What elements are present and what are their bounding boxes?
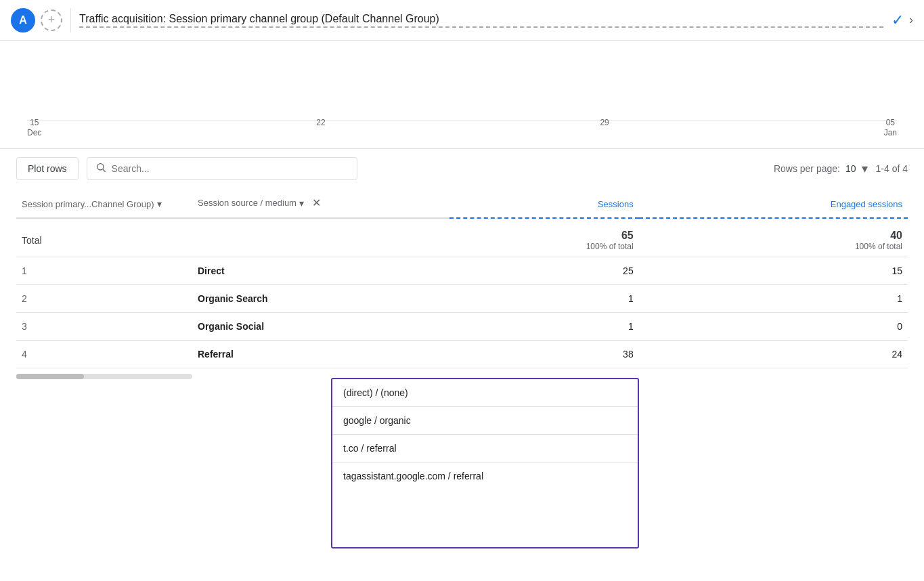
rows-per-page-dropdown-icon[interactable]: ▾ <box>862 161 868 176</box>
row-dim1: Direct <box>192 257 449 285</box>
row-engaged: 1 <box>639 285 908 313</box>
row-sessions: 1 <box>449 285 639 313</box>
chart-label-dec22: 22 <box>316 118 325 139</box>
plot-rows-button[interactable]: Plot rows <box>16 157 79 180</box>
header: A + Traffic acquisition: Session primary… <box>0 0 924 41</box>
table-row: 4 Referral 38 24 <box>16 341 908 368</box>
total-sessions: 65 100% of total <box>449 218 639 257</box>
table-row: 1 Direct 25 15 <box>16 257 908 285</box>
col-header-dim1: Session primary...Channel Group) ▾ <box>16 188 192 218</box>
scroll-track[interactable] <box>16 374 192 379</box>
chart-label-dec29: 29 <box>600 118 609 139</box>
row-num: 2 <box>16 285 192 313</box>
dim2-dropdown[interactable]: Session source / medium ▾ <box>198 198 304 209</box>
scroll-bar-area <box>0 368 924 385</box>
svg-point-0 <box>97 164 103 170</box>
row-sessions: 25 <box>449 257 639 285</box>
total-label: Total <box>16 218 449 257</box>
total-engaged: 40 100% of total <box>639 218 908 257</box>
table-row: 3 Organic Social 1 0 <box>16 313 908 341</box>
rows-per-page-label: Rows per page: <box>774 163 840 174</box>
row-dim1: Organic Social <box>192 313 449 341</box>
expand-icon[interactable]: › <box>909 13 913 27</box>
row-engaged: 15 <box>639 257 908 285</box>
col-header-engaged[interactable]: Engaged sessions <box>639 188 908 218</box>
row-num: 3 <box>16 313 192 341</box>
svg-line-1 <box>103 169 106 172</box>
page-title: Traffic acquisition: Session primary cha… <box>79 13 883 28</box>
row-num: 4 <box>16 341 192 368</box>
col-header-dim2: Session source / medium ▾ ✕ <box>192 188 449 218</box>
avatar[interactable]: A <box>11 8 35 33</box>
row-sessions: 38 <box>449 341 639 368</box>
table-row: 2 Organic Search 1 1 <box>16 285 908 313</box>
total-row: Total 65 100% of total 40 100% of total <box>16 218 908 257</box>
chart-label-dec15: 15 Dec <box>27 118 41 139</box>
row-num: 1 <box>16 257 192 285</box>
dim1-dropdown-icon[interactable]: ▾ <box>157 198 162 209</box>
scroll-thumb[interactable] <box>16 374 84 379</box>
table-header: Session primary...Channel Group) ▾ Sessi… <box>16 188 908 218</box>
search-box <box>87 157 357 180</box>
add-tab-button[interactable]: + <box>41 9 62 31</box>
data-table: Session primary...Channel Group) ▾ Sessi… <box>0 188 924 368</box>
pagination-label: 1-4 of 4 <box>876 163 908 174</box>
chart-area: 15 Dec 22 29 05 Jan <box>0 41 924 149</box>
search-icon <box>95 162 106 175</box>
chart-x-labels: 15 Dec 22 29 05 Jan <box>27 118 897 139</box>
row-dim1: Referral <box>192 341 449 368</box>
dim2-close-button[interactable]: ✕ <box>312 196 321 209</box>
rows-per-page-control: Rows per page: 10 ▾ <box>774 161 868 176</box>
rows-per-page-value[interactable]: 10 <box>845 163 856 174</box>
row-engaged: 24 <box>639 341 908 368</box>
verified-icon: ✓ <box>892 12 904 29</box>
dim1-dropdown[interactable]: Session primary...Channel Group) ▾ <box>22 198 162 209</box>
toolbar: Plot rows Rows per page: 10 ▾ 1-4 of 4 <box>0 149 924 188</box>
row-sessions: 1 <box>449 313 639 341</box>
chart-label-jan05: 05 Jan <box>884 118 897 139</box>
col-header-sessions[interactable]: Sessions <box>449 188 639 218</box>
header-divider <box>70 8 71 33</box>
row-dim1: Organic Search <box>192 285 449 313</box>
row-engaged: 0 <box>639 313 908 341</box>
dim2-dropdown-icon[interactable]: ▾ <box>299 198 304 209</box>
search-input[interactable] <box>112 163 349 174</box>
